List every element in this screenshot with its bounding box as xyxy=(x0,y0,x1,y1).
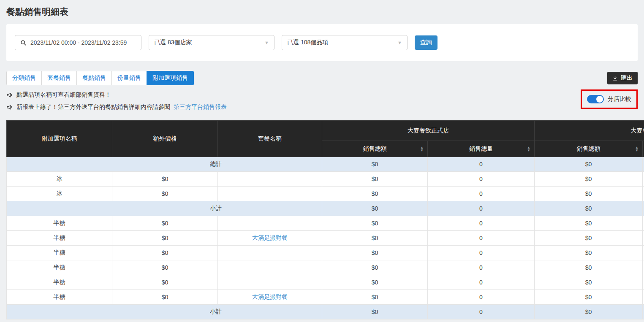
search-icon xyxy=(20,40,27,46)
value-cell: 0 xyxy=(643,231,644,246)
column-header: 附加選項名稱 xyxy=(7,121,112,157)
combo-name-cell xyxy=(218,216,322,231)
subcolumn-label: 銷售總額 xyxy=(363,145,387,152)
value-cell: 0 xyxy=(428,246,535,260)
notice-text: 點選品項名稱可查看細部銷售資料！ xyxy=(16,91,111,99)
extra-price-cell: $0 xyxy=(112,260,218,275)
extra-price-cell: $0 xyxy=(112,246,218,260)
tab-0[interactable]: 分類銷售 xyxy=(6,71,42,85)
table-row: 半糖$0$00$00 xyxy=(7,275,644,290)
store-select[interactable]: 已選 83個店家 ▼ xyxy=(149,35,274,50)
chevron-down-icon: ▼ xyxy=(264,40,269,45)
table-row: 半糖$0$00$00 xyxy=(7,216,644,231)
combo-name-cell xyxy=(218,260,322,275)
summary-label: 總計 xyxy=(7,157,322,172)
value-cell: 0 xyxy=(428,157,535,172)
option-name-cell[interactable]: 冰 xyxy=(7,187,112,201)
subcolumn-label: 銷售總額 xyxy=(577,145,601,152)
sort-icon[interactable]: ▲▼ xyxy=(635,146,639,152)
megaphone-icon xyxy=(6,92,13,98)
value-cell: 0 xyxy=(643,246,644,260)
sortable-column-header[interactable]: 銷售總量▲▼ xyxy=(643,141,644,157)
table-row: 半糖$0$00$00 xyxy=(7,260,644,275)
value-cell: 0 xyxy=(643,216,644,231)
option-name-cell[interactable]: 半糖 xyxy=(7,275,112,290)
combo-link[interactable]: 大滿足派對餐 xyxy=(252,293,288,300)
option-name-cell[interactable]: 半糖 xyxy=(7,246,112,260)
value-cell: 0 xyxy=(428,201,535,216)
combo-link[interactable]: 大滿足派對餐 xyxy=(252,234,288,241)
table-row: 冰$0$00$00 xyxy=(7,172,644,187)
tab-3[interactable]: 份量銷售 xyxy=(111,71,147,85)
option-name-cell[interactable]: 半糖 xyxy=(7,231,112,246)
option-name-cell[interactable]: 半糖 xyxy=(7,260,112,275)
value-cell: $0 xyxy=(322,172,428,187)
combo-name-cell[interactable]: 大滿足派對餐 xyxy=(218,290,322,305)
download-icon xyxy=(612,76,618,81)
sort-icon[interactable]: ▲▼ xyxy=(527,146,530,152)
value-cell: $0 xyxy=(535,290,643,305)
value-cell: $0 xyxy=(322,216,428,231)
notice-item: 新報表上線了！第三方外送平台的餐點銷售詳細內容請參閱第三方平台銷售報表 xyxy=(6,103,638,111)
combo-name-cell[interactable]: 大滿足派對餐 xyxy=(218,231,322,246)
sort-icon[interactable]: ▲▼ xyxy=(420,146,424,152)
megaphone-icon xyxy=(6,104,13,111)
filter-card: 2023/11/02 00:00 - 2023/11/02 23:59 已選 8… xyxy=(6,24,638,61)
store-select-value: 已選 83個店家 xyxy=(154,39,192,46)
tab-1[interactable]: 套餐銷售 xyxy=(41,71,77,85)
subcolumn-label: 銷售總量 xyxy=(469,145,493,152)
value-cell: $0 xyxy=(322,157,428,172)
option-name-cell[interactable]: 半糖 xyxy=(7,216,112,231)
value-cell: 0 xyxy=(643,305,644,319)
tabs: 分類銷售套餐銷售餐點銷售份量銷售附加選項銷售 xyxy=(6,71,194,85)
value-cell: 0 xyxy=(643,275,644,290)
sales-table: 附加選項名稱額外價格套餐名稱大麥餐飲正式店大麥餐飲銷售總額▲▼銷售總量▲▼銷售總… xyxy=(6,120,644,319)
value-cell: $0 xyxy=(535,275,643,290)
extra-price-cell: $0 xyxy=(112,290,218,305)
value-cell: 0 xyxy=(643,290,644,305)
date-range-input[interactable]: 2023/11/02 00:00 - 2023/11/02 23:59 xyxy=(15,35,141,50)
branch-compare-toggle[interactable] xyxy=(587,95,604,103)
third-party-report-link[interactable]: 第三方平台銷售報表 xyxy=(174,103,227,111)
notice-item: 點選品項名稱可查看細部銷售資料！ xyxy=(6,91,638,99)
toolbar-row: 分類銷售套餐銷售餐點銷售份量銷售附加選項銷售 匯出 xyxy=(6,71,638,85)
option-name-cell[interactable]: 半糖 xyxy=(7,290,112,305)
combo-name-cell xyxy=(218,172,322,187)
tab-4[interactable]: 附加選項銷售 xyxy=(147,71,194,85)
export-button[interactable]: 匯出 xyxy=(607,72,638,84)
option-name-cell[interactable]: 冰 xyxy=(7,172,112,187)
value-cell: $0 xyxy=(535,201,643,216)
summary-label: 小計 xyxy=(7,201,322,216)
value-cell: 0 xyxy=(428,275,535,290)
extra-price-cell: $0 xyxy=(112,216,218,231)
sortable-column-header[interactable]: 銷售總額▲▼ xyxy=(535,141,643,157)
value-cell: 0 xyxy=(428,231,535,246)
extra-price-cell: $0 xyxy=(112,172,218,187)
page-title: 餐點銷售明細表 xyxy=(6,6,638,18)
value-cell: $0 xyxy=(535,172,643,187)
value-cell: 0 xyxy=(428,187,535,201)
value-cell: $0 xyxy=(322,275,428,290)
value-cell: $0 xyxy=(322,246,428,260)
table-row: 半糖$0大滿足派對餐$00$00 xyxy=(7,231,644,246)
query-button[interactable]: 查詢 xyxy=(415,35,437,50)
value-cell: $0 xyxy=(535,246,643,260)
value-cell: $0 xyxy=(535,260,643,275)
value-cell: $0 xyxy=(535,187,643,201)
sortable-column-header[interactable]: 銷售總額▲▼ xyxy=(322,141,428,157)
column-header: 套餐名稱 xyxy=(218,121,322,157)
value-cell: $0 xyxy=(322,187,428,201)
tab-2[interactable]: 餐點銷售 xyxy=(76,71,112,85)
page: 餐點銷售明細表 2023/11/02 00:00 - 2023/11/02 23… xyxy=(0,6,644,319)
value-cell: 0 xyxy=(428,260,535,275)
value-cell: 0 xyxy=(428,305,535,319)
table-viewport: 附加選項名稱額外價格套餐名稱大麥餐飲正式店大麥餐飲銷售總額▲▼銷售總量▲▼銷售總… xyxy=(6,120,644,319)
value-cell: $0 xyxy=(535,231,643,246)
extra-price-cell: $0 xyxy=(112,275,218,290)
value-cell: $0 xyxy=(322,201,428,216)
item-select[interactable]: 已選 108個品項 ▼ xyxy=(282,35,408,50)
notice-text: 新報表上線了！第三方外送平台的餐點銷售詳細內容請參閱 xyxy=(16,103,170,111)
store-group-header: 大麥餐飲正式店 xyxy=(322,121,535,141)
extra-price-cell: $0 xyxy=(112,187,218,201)
sortable-column-header[interactable]: 銷售總量▲▼ xyxy=(428,141,535,157)
